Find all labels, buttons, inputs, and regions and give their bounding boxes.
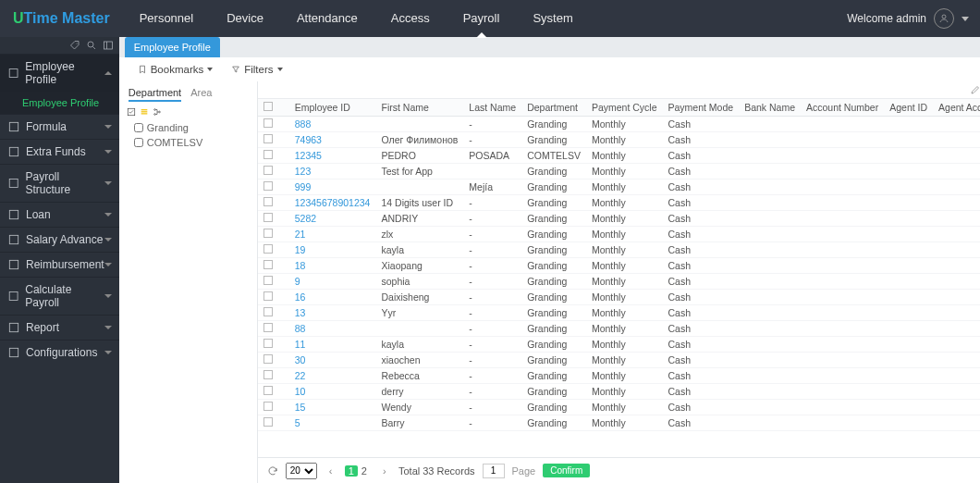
- row-check[interactable]: [263, 181, 273, 191]
- table-row[interactable]: 74963Олег Филимонов-GrandingMonthlyCash: [258, 132, 980, 148]
- cell-employee-id[interactable]: 9: [289, 274, 376, 290]
- row-check[interactable]: [263, 354, 273, 364]
- table-row[interactable]: 12345PEDROPOSADACOMTELSVMonthlyCash: [258, 148, 980, 164]
- grid-col-account-number[interactable]: Account Number: [801, 99, 884, 117]
- row-check[interactable]: [263, 370, 273, 379]
- table-row[interactable]: 30xiaochen-GrandingMonthlyCash: [258, 353, 980, 368]
- row-check[interactable]: [263, 213, 273, 222]
- next-page-button[interactable]: ›: [378, 464, 391, 477]
- row-check[interactable]: [263, 150, 273, 159]
- cell-employee-id[interactable]: 30: [289, 353, 376, 368]
- sidebar-item-formula[interactable]: Formula: [0, 114, 119, 139]
- row-check[interactable]: [263, 260, 273, 269]
- cell-employee-id[interactable]: 11: [289, 337, 376, 353]
- tree-icon[interactable]: [153, 107, 162, 117]
- tree-tab-department[interactable]: Department: [129, 87, 181, 102]
- table-row[interactable]: 888-GrandingMonthlyCash: [258, 117, 980, 132]
- cell-employee-id[interactable]: 12345: [289, 148, 376, 164]
- table-row[interactable]: 11kayla-GrandingMonthlyCash: [258, 337, 980, 353]
- edit-icon[interactable]: [970, 84, 980, 95]
- tree-node[interactable]: COMTELSV: [134, 135, 251, 150]
- user-menu-caret-icon[interactable]: [962, 17, 969, 21]
- page-number[interactable]: 2: [358, 465, 371, 477]
- grid-col-bank-name[interactable]: Bank Name: [739, 99, 801, 117]
- sidebar-item-salary-advance[interactable]: Salary Advance: [0, 227, 119, 252]
- tree-node-check[interactable]: [134, 123, 143, 132]
- grid-col-payment-cycle[interactable]: Payment Cycle: [586, 99, 663, 117]
- grid-col-department[interactable]: Department: [521, 99, 586, 117]
- row-check[interactable]: [263, 134, 273, 143]
- reload-icon[interactable]: [267, 465, 278, 477]
- cell-employee-id[interactable]: 999: [289, 180, 376, 195]
- nav-system[interactable]: System: [516, 0, 589, 37]
- cell-employee-id[interactable]: 16: [289, 290, 376, 305]
- check-all-icon[interactable]: [127, 107, 136, 117]
- table-row[interactable]: 18Xiaopang-GrandingMonthlyCash: [258, 258, 980, 274]
- cell-employee-id[interactable]: 5: [289, 415, 376, 431]
- sidebar-item-loan[interactable]: Loan: [0, 202, 119, 227]
- cell-employee-id[interactable]: 15: [289, 400, 376, 415]
- page-input[interactable]: [483, 464, 505, 478]
- nav-personnel[interactable]: Personnel: [123, 0, 211, 37]
- cell-employee-id[interactable]: 123: [289, 164, 376, 180]
- sidebar-item-reimbursement[interactable]: Reimbursement: [0, 252, 119, 277]
- sidebar-item-configurations[interactable]: Configurations: [0, 340, 119, 365]
- row-check[interactable]: [263, 339, 273, 348]
- cell-employee-id[interactable]: 888: [289, 117, 376, 132]
- row-check[interactable]: [263, 307, 273, 316]
- table-row[interactable]: 9sophia-GrandingMonthlyCash: [258, 274, 980, 290]
- select-all-check[interactable]: [263, 102, 273, 111]
- table-row[interactable]: 21zlx-GrandingMonthlyCash: [258, 227, 980, 242]
- page-size-select[interactable]: 20: [286, 463, 317, 479]
- row-check[interactable]: [263, 386, 273, 395]
- row-check[interactable]: [263, 166, 273, 175]
- grid-col-first-name[interactable]: First Name: [375, 99, 463, 117]
- table-row[interactable]: 10derry-GrandingMonthlyCash: [258, 384, 980, 400]
- table-row[interactable]: 5282ANDRIY-GrandingMonthlyCash: [258, 211, 980, 227]
- tree-node-check[interactable]: [134, 138, 143, 147]
- tag-icon[interactable]: [69, 40, 80, 51]
- sidebar-item-calculate-payroll[interactable]: Calculate Payroll: [0, 277, 119, 315]
- nav-payroll[interactable]: Payroll: [447, 0, 517, 37]
- list-icon[interactable]: [140, 107, 149, 117]
- nav-access[interactable]: Access: [374, 0, 447, 37]
- cell-employee-id[interactable]: 5282: [289, 211, 376, 227]
- table-row[interactable]: 13Yyr-GrandingMonthlyCash: [258, 305, 980, 321]
- row-check[interactable]: [263, 402, 273, 411]
- table-row[interactable]: 1234567890123414 Digits user ID-Granding…: [258, 195, 980, 211]
- sidebar-sub-employee-profile[interactable]: Employee Profile: [0, 92, 119, 114]
- cell-employee-id[interactable]: 21: [289, 227, 376, 242]
- cell-employee-id[interactable]: 18: [289, 258, 376, 274]
- cell-employee-id[interactable]: 88: [289, 321, 376, 337]
- prev-page-button[interactable]: ‹: [325, 464, 337, 477]
- page-number[interactable]: 1: [345, 465, 358, 477]
- grid-col-employee-id[interactable]: Employee ID: [289, 99, 376, 117]
- row-check[interactable]: [263, 229, 273, 238]
- table-row[interactable]: 16Daixisheng-GrandingMonthlyCash: [258, 290, 980, 305]
- row-check[interactable]: [263, 417, 273, 427]
- nav-attendance[interactable]: Attendance: [280, 0, 374, 37]
- grid-col-last-name[interactable]: Last Name: [463, 99, 521, 117]
- grid-col-agent-id[interactable]: Agent ID: [884, 99, 933, 117]
- grid-col-agent-account[interactable]: Agent Account: [933, 99, 980, 117]
- cell-employee-id[interactable]: 13: [289, 305, 376, 321]
- search-icon[interactable]: [86, 40, 97, 51]
- row-check[interactable]: [263, 197, 273, 206]
- tab-employee-profile[interactable]: Employee Profile: [125, 37, 220, 57]
- cell-employee-id[interactable]: 10: [289, 384, 376, 400]
- nav-device[interactable]: Device: [210, 0, 280, 37]
- row-check[interactable]: [263, 244, 273, 254]
- cell-employee-id[interactable]: 22: [289, 368, 376, 384]
- table-row[interactable]: 123Test for AppGrandingMonthlyCash: [258, 164, 980, 180]
- cell-employee-id[interactable]: 74963: [289, 132, 376, 148]
- cell-employee-id[interactable]: 19: [289, 242, 376, 258]
- table-row[interactable]: 88-GrandingMonthlyCash: [258, 321, 980, 337]
- user-avatar-button[interactable]: [934, 8, 954, 29]
- table-row[interactable]: 5Barry-GrandingMonthlyCash: [258, 415, 980, 431]
- grid-col-payment-mode[interactable]: Payment Mode: [663, 99, 740, 117]
- filters-button[interactable]: Filters: [231, 64, 282, 75]
- row-check[interactable]: [263, 118, 273, 128]
- table-row[interactable]: 999MejíaGrandingMonthlyCash: [258, 180, 980, 195]
- row-check[interactable]: [263, 276, 273, 285]
- table-row[interactable]: 22Rebecca-GrandingMonthlyCash: [258, 368, 980, 384]
